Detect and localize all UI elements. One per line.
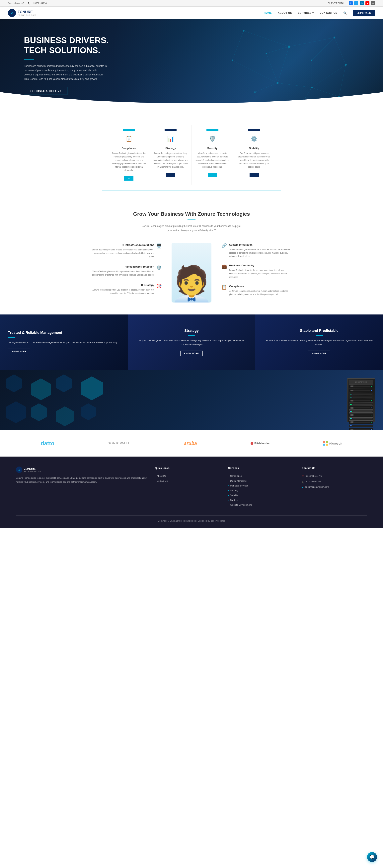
nav-contact[interactable]: CONTACT US <box>320 11 337 14</box>
stability-icon: ⚙️ <box>249 134 259 144</box>
twitter-icon[interactable]: t <box>354 1 358 5</box>
strategy-icon: 📊 <box>166 134 175 144</box>
ransomware-title: Ransomware Protection <box>92 265 154 268</box>
compliance-icon: 📋 <box>124 134 134 144</box>
compliance2-title: Compliance <box>229 285 291 288</box>
grow-section: Grow Your Business With Zonure Technolog… <box>0 199 383 314</box>
card-security: 🛡️ Security We offer your business compl… <box>192 125 233 185</box>
svg-line-12 <box>255 83 278 92</box>
footer-contact-col: Contact Us 📍 Greensboro, NC 📞 +1 3362104… <box>301 467 367 507</box>
compliance-btn[interactable]: → <box>124 176 133 181</box>
footer-link-about[interactable]: About Us <box>155 473 220 478</box>
svg-line-15 <box>312 88 339 97</box>
services-cards-section: 📋 Compliance Zonure Technologies underst… <box>0 111 383 199</box>
grow-left: IT Infrastructure Solutions Zonure Techn… <box>92 243 169 302</box>
partner-sonicwall[interactable]: SONICWALL <box>108 442 130 445</box>
mgmt-stable-title: Stable and Predictable <box>263 329 375 333</box>
footer-svc-web[interactable]: Website Development <box>228 502 294 507</box>
itstrategy-title: IT strategy <box>92 283 154 286</box>
navbar: Z ZONURE TECHNOLOGIES HOME ABOUT US SERV… <box>0 7 383 19</box>
footer-about-col: Z ZONURE TECHNOLOGIES Zonure Technologie… <box>16 467 147 507</box>
mgmt-stable-btn[interactable]: KNOW MORE <box>308 350 330 356</box>
partner-bitdefender[interactable]: ⬟ Bitdefender <box>250 441 270 445</box>
svg-point-23 <box>266 53 267 54</box>
bizcon-icon: 💼 <box>221 264 227 269</box>
mgmt-strategy-btn[interactable]: KNOW MORE <box>180 350 202 356</box>
svg-point-18 <box>333 37 335 38</box>
footer-svc-digital[interactable]: Digital Marketing <box>228 478 294 483</box>
logo-sub: TECHNOLOGIES <box>18 14 37 16</box>
compliance-desc: Zonure Technologies understands the incr… <box>111 152 147 172</box>
youtube-icon[interactable]: ▶ <box>365 1 370 5</box>
server-rack: ZONURE TECH <box>347 378 375 422</box>
partner-aruba[interactable]: aruba <box>184 441 197 446</box>
infra-title: IT Infrastructure Solutions <box>92 243 154 246</box>
email-icon[interactable]: ✉ <box>371 1 375 5</box>
grow-title: Grow Your Business With Zonure Technolog… <box>8 211 375 217</box>
svg-line-14 <box>339 65 346 97</box>
grow-right: 🔗 System Integration Zonure Technologies… <box>214 243 291 302</box>
svg-point-19 <box>277 82 279 84</box>
linkedin-icon[interactable]: in <box>360 1 364 5</box>
footer-svc-security[interactable]: Security <box>228 488 294 493</box>
mgmt-trusted-title: Trusted & Reliable Management <box>8 331 120 335</box>
facebook-icon[interactable]: f <box>349 1 353 5</box>
nav-links: HOME ABOUT US SERVICES ▾ CONTACT US 🔍 LE… <box>264 10 375 16</box>
svg-point-27 <box>338 96 340 97</box>
strategy-btn[interactable]: → <box>166 173 175 177</box>
footer-about-text: Zonure Technologies is one of the best I… <box>16 476 147 484</box>
security-btn[interactable]: → <box>208 173 217 177</box>
footer-svc-managed[interactable]: Managed Services <box>228 483 294 488</box>
stability-btn[interactable]: → <box>250 173 259 177</box>
logo-name: ZONURE <box>18 10 33 14</box>
grow-item-sysint: 🔗 System Integration Zonure Technologies… <box>221 243 291 258</box>
top-bar-right: CLIENT PORTAL f t in ▶ ✉ <box>328 1 375 5</box>
footer-svc-stability[interactable]: Stability <box>228 493 294 498</box>
card-tab-strategy <box>165 129 177 131</box>
footer-svc-compliance[interactable]: Compliance <box>228 473 294 478</box>
person-illustration: 🧑‍💼 <box>171 267 212 303</box>
svg-point-25 <box>254 91 256 93</box>
logo[interactable]: Z ZONURE TECHNOLOGIES <box>8 9 37 17</box>
partners-section: datto SONICWALL aruba ⬟ Bitdefender Micr… <box>0 430 383 457</box>
svg-line-10 <box>312 37 334 60</box>
schedule-button[interactable]: SCHEDULE A MEETING <box>24 87 67 95</box>
security-title: Security <box>195 147 230 150</box>
mgmt-trusted-content: Trusted & Reliable Management Get highly… <box>8 331 120 354</box>
phone-text: 📞 +1 3362104194 <box>28 2 47 5</box>
svg-point-16 <box>243 30 245 32</box>
email-footer-icon: ✉ <box>301 485 304 490</box>
footer-logo-name: ZONURE <box>24 467 41 470</box>
footer-quicklinks-col: Quick Links About Us Contact Us <box>155 467 220 507</box>
sysint-desc: Zonure Technologies understands & provid… <box>229 248 291 258</box>
partner-datto[interactable]: datto <box>41 440 54 446</box>
nav-home[interactable]: HOME <box>264 11 272 14</box>
svg-point-26 <box>299 105 301 106</box>
nav-services[interactable]: SERVICES ▾ <box>298 11 314 14</box>
footer-quicklinks-title: Quick Links <box>155 467 220 469</box>
footer-svc-strategy[interactable]: Strategy <box>228 498 294 502</box>
footer-link-contact[interactable]: Contact Us <box>155 478 220 483</box>
partner-microsoft[interactable]: Microsoft <box>323 441 343 445</box>
ransomware-desc: Zonure Technologies uses AI for proactiv… <box>92 270 154 277</box>
infra-desc: Zonure Technologies aims to build a soli… <box>92 248 154 258</box>
top-bar: Greensboro, NC 📞 +1 3362104194 CLIENT PO… <box>0 0 383 7</box>
nav-about[interactable]: ABOUT US <box>278 11 292 14</box>
bizcon-title: Business Continuity <box>229 264 291 267</box>
lets-talk-button[interactable]: LET'S TALK <box>353 10 375 16</box>
footer-grid: Z ZONURE TECHNOLOGIES Zonure Technologie… <box>16 467 367 507</box>
ransomware-icon: 🛡️ <box>156 265 162 270</box>
footer-contact-title: Contact Us <box>301 467 367 469</box>
client-portal-link[interactable]: CLIENT PORTAL <box>328 2 345 4</box>
compliance2-icon: 📋 <box>221 285 227 290</box>
top-bar-left: Greensboro, NC 📞 +1 3362104194 <box>8 2 47 5</box>
hero-divider <box>24 59 34 60</box>
hero-content: BUSINESS DRIVERS. TECH SOLUTIONS. Busine… <box>24 35 124 95</box>
search-icon[interactable]: 🔍 <box>343 11 347 14</box>
chevron-down-icon: ▾ <box>312 11 314 14</box>
mgmt-trusted-btn[interactable]: KNOW MORE <box>8 349 30 354</box>
footer-copyright: Copyright © 2024 Zonure Technologies | D… <box>16 516 367 522</box>
footer-location: 📍 Greensboro, NC <box>301 473 367 479</box>
mgmt-panel-stable: Stable and Predictable Provide your busi… <box>255 314 383 370</box>
svg-line-5 <box>334 37 346 65</box>
